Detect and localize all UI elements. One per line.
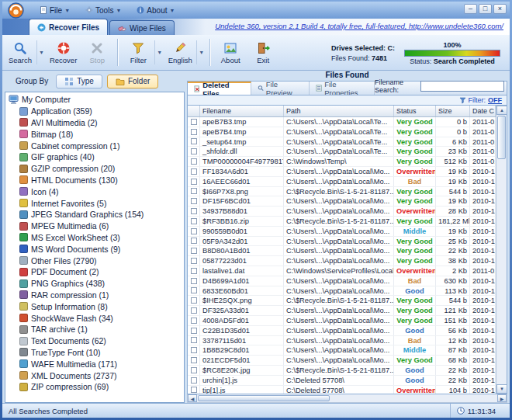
- exit-button[interactable]: Exit: [247, 36, 279, 69]
- table-row[interactable]: _shfoldr.dll C:\Users\...\AppData\Local\…: [188, 147, 496, 157]
- tree-item[interactable]: ShockWave Flash (34): [7, 312, 184, 324]
- tree-item[interactable]: GZIP compression (20): [7, 163, 184, 175]
- tree-item[interactable]: Icon (4): [7, 186, 184, 197]
- column-date-created[interactable]: Date C: [470, 106, 496, 116]
- row-checkbox[interactable]: [188, 356, 200, 365]
- scroll-up-icon[interactable]: ▲: [496, 106, 507, 115]
- tree-item[interactable]: Other Files (2790): [7, 255, 184, 266]
- checkbox-icon[interactable]: [191, 168, 197, 175]
- table-row[interactable]: 4008AD5Fd01 C:\Users\...\AppData\Local\M…: [188, 316, 496, 326]
- tree-item[interactable]: JPEG Standard Graphics (154): [7, 209, 184, 220]
- checkbox-icon[interactable]: [191, 357, 197, 363]
- filename-search-input[interactable]: [420, 81, 504, 92]
- tree-item[interactable]: RAR compression (1): [7, 290, 184, 301]
- row-checkbox[interactable]: [188, 276, 200, 286]
- row-checkbox[interactable]: [188, 345, 200, 355]
- row-checkbox[interactable]: [188, 376, 200, 385]
- row-checkbox[interactable]: [188, 227, 200, 236]
- tab-recover-files[interactable]: Recover Files: [29, 19, 108, 35]
- checkbox-icon[interactable]: [191, 258, 197, 264]
- horizontal-scroll-thumb[interactable]: [198, 395, 330, 401]
- tree-item[interactable]: Bitmap (18): [7, 128, 184, 140]
- tree-item[interactable]: WAFE Multimedia (171): [7, 358, 184, 370]
- vertical-scrollbar[interactable]: ▲ ▼: [496, 106, 507, 394]
- checkbox-icon[interactable]: [191, 347, 197, 353]
- table-row[interactable]: lastalive1.dat C:\Windows\ServiceProfile…: [188, 266, 496, 276]
- checkbox-icon[interactable]: [191, 248, 197, 254]
- table-row[interactable]: 05F9A342d01 C:\Users\...\AppData\Local\M…: [188, 237, 496, 247]
- version-link[interactable]: Undelete 360, version 2.1 Build 4, total…: [215, 22, 503, 30]
- group-by-type-button[interactable]: Type: [56, 75, 102, 89]
- tree-item[interactable]: Text Documents (62): [7, 335, 184, 347]
- about-button[interactable]: About: [214, 36, 247, 69]
- table-row[interactable]: 990559B0d01 C:\Users\...\AppData\Local\M…: [188, 227, 496, 237]
- tree-item[interactable]: Application (359): [7, 106, 184, 117]
- tree-item[interactable]: MS Excel WorkSheet (3): [7, 232, 184, 244]
- vertical-scroll-thumb[interactable]: [497, 116, 506, 159]
- row-checkbox[interactable]: [188, 196, 200, 206]
- row-checkbox[interactable]: [188, 326, 200, 335]
- checkbox-icon[interactable]: [191, 287, 197, 293]
- row-checkbox[interactable]: [188, 386, 200, 394]
- table-row[interactable]: B8D80A1Bd01 C:\Users\...\AppData\Local\M…: [188, 246, 496, 256]
- table-row[interactable]: _setup64.tmp C:\Users\...\AppData\Local\…: [188, 137, 496, 148]
- filter-button[interactable]: Filter: [122, 36, 154, 69]
- scroll-left-icon[interactable]: ◀: [188, 394, 197, 402]
- table-row[interactable]: $IHE2SQX.png C:\$Recycle.Bin\S-1-5-21-81…: [188, 296, 496, 306]
- menu-about[interactable]: About ▼: [130, 5, 181, 16]
- checkbox-icon[interactable]: [191, 318, 197, 324]
- tree-item[interactable]: MS Word Documents (9): [7, 243, 184, 255]
- row-checkbox[interactable]: [188, 237, 200, 246]
- tree-item[interactable]: ZIP compression (69): [7, 381, 184, 393]
- checkbox-icon[interactable]: [191, 119, 197, 125]
- column-path[interactable]: Path: [284, 106, 394, 116]
- checkbox-icon[interactable]: [191, 238, 197, 244]
- checkbox-icon[interactable]: [191, 208, 197, 214]
- row-checkbox[interactable]: [188, 316, 200, 325]
- filter-dropdown-arrow-icon[interactable]: ▼: [154, 40, 164, 64]
- row-checkbox[interactable]: [188, 296, 200, 305]
- menu-tools[interactable]: Tools ▼: [79, 5, 127, 16]
- tree-item[interactable]: Cabinet compression (1): [7, 140, 184, 151]
- search-button[interactable]: Search: [4, 36, 36, 69]
- column-size[interactable]: Size: [436, 106, 470, 116]
- row-checkbox[interactable]: [188, 256, 200, 266]
- row-checkbox[interactable]: [188, 217, 200, 226]
- checkbox-icon[interactable]: [191, 307, 197, 314]
- column-checkbox[interactable]: [188, 106, 200, 116]
- table-row[interactable]: 16AEEC66d01 C:\Users\...\AppData\Local\M…: [188, 177, 496, 187]
- tree-item[interactable]: TrueType Font (10): [7, 347, 184, 359]
- minimize-button[interactable]: –: [464, 4, 477, 14]
- row-checkbox[interactable]: [188, 167, 200, 176]
- maximize-button[interactable]: □: [479, 4, 492, 14]
- row-checkbox[interactable]: [188, 207, 200, 216]
- row-checkbox[interactable]: [188, 336, 200, 345]
- checkbox-icon[interactable]: [191, 387, 197, 393]
- table-row[interactable]: 34937B88d01 C:\Users\...\AppData\Local\M…: [188, 207, 496, 217]
- checkbox-icon[interactable]: [191, 158, 197, 165]
- tab-deleted-files[interactable]: Deleted Files: [188, 82, 251, 95]
- checkbox-icon[interactable]: [191, 138, 197, 144]
- horizontal-scrollbar[interactable]: ◀ ▶: [187, 394, 507, 403]
- table-row[interactable]: 1B8B29C8d01 C:\Users\...\AppData\Local\M…: [188, 345, 496, 356]
- checkbox-icon[interactable]: [191, 367, 197, 373]
- tree-item[interactable]: MPEG Multimedia (6): [7, 220, 184, 232]
- row-checkbox[interactable]: [188, 366, 200, 375]
- checkbox-icon[interactable]: [191, 228, 197, 234]
- tree-item[interactable]: Setup Information (8): [7, 300, 184, 312]
- row-checkbox[interactable]: [188, 306, 200, 315]
- checkbox-icon[interactable]: [191, 198, 197, 204]
- row-checkbox[interactable]: [188, 117, 200, 127]
- recover-button[interactable]: Recover: [46, 36, 81, 69]
- table-row[interactable]: 05877223d01 C:\Users\...\AppData\Local\M…: [188, 256, 496, 266]
- column-filename[interactable]: Filename: [200, 106, 284, 116]
- row-checkbox[interactable]: [188, 137, 200, 147]
- search-dropdown-arrow-icon[interactable]: ▼: [36, 40, 46, 64]
- tree-item[interactable]: GIF graphics (40): [7, 151, 184, 163]
- tree-item[interactable]: AVI Multimedia (2): [7, 117, 184, 129]
- row-checkbox[interactable]: [188, 177, 200, 186]
- language-dropdown-arrow-icon[interactable]: ▼: [196, 40, 206, 64]
- row-checkbox[interactable]: [188, 187, 200, 196]
- tab-wipe-files[interactable]: Wipe Files: [109, 20, 175, 35]
- checkbox-icon[interactable]: [191, 377, 197, 384]
